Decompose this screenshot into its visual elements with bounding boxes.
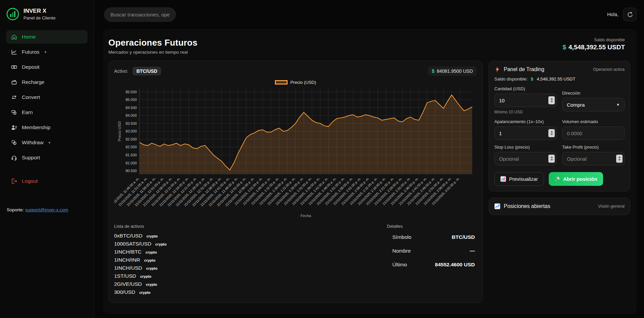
svg-text:$: $ bbox=[14, 112, 15, 114]
stepper-icon[interactable]: ▲▼ bbox=[548, 129, 555, 137]
chart-up-icon bbox=[494, 203, 500, 209]
refresh-icon bbox=[627, 11, 633, 18]
logout-icon bbox=[11, 178, 17, 184]
list-item[interactable]: 2GIVE/USDcrypto bbox=[114, 281, 166, 287]
asset-chip[interactable]: BTC/USD bbox=[133, 67, 161, 75]
content-panel: Operaciones Futuros Mercados y operacion… bbox=[103, 29, 637, 314]
list-item[interactable]: 1INCH/INRcrypto bbox=[114, 257, 166, 263]
crypto-badge: crypto bbox=[146, 234, 158, 238]
apalancamiento-input[interactable] bbox=[494, 126, 557, 140]
support-contact: Soporte: support@inver-x.com bbox=[6, 207, 88, 212]
lightning-icon bbox=[494, 66, 500, 72]
dollar-icon: $ bbox=[562, 44, 566, 51]
svg-text:85.000: 85.000 bbox=[126, 98, 137, 102]
list-item[interactable]: 1ST/USDcrypto bbox=[114, 273, 166, 279]
list-item[interactable]: 1INCH/USDcrypto bbox=[114, 265, 166, 271]
stepper-icon[interactable]: ▲▼ bbox=[616, 155, 623, 163]
take-profit-label: Take Profit (precio) bbox=[562, 145, 625, 150]
page-subtitle: Mercados y operaciones en tiempo real bbox=[108, 50, 197, 55]
open-position-button[interactable]: Abrir posición bbox=[549, 172, 603, 186]
stop-loss-input[interactable] bbox=[494, 152, 557, 165]
svg-text:82.000: 82.000 bbox=[126, 145, 137, 149]
sidebar-item-futuros[interactable]: Futuros▾ bbox=[6, 45, 88, 59]
legend-swatch-icon bbox=[275, 80, 288, 85]
svg-text:80.500: 80.500 bbox=[126, 169, 137, 173]
direccion-label: Dirección bbox=[562, 91, 625, 96]
svg-text:83.000: 83.000 bbox=[126, 129, 137, 133]
svg-text:$: $ bbox=[14, 142, 15, 145]
sidebar-item-support[interactable]: Support bbox=[6, 151, 88, 164]
bar-chart-icon bbox=[500, 176, 506, 182]
dollar-icon: $ bbox=[531, 76, 533, 82]
logout-label: Logout bbox=[22, 178, 38, 184]
volumen-input[interactable] bbox=[562, 126, 625, 140]
refresh-button[interactable] bbox=[623, 8, 637, 21]
list-item[interactable]: 1000SATS/USDcrypto bbox=[114, 241, 166, 247]
preview-button[interactable]: Previsualizar bbox=[494, 172, 544, 186]
sidebar-item-membership[interactable]: Membership bbox=[6, 121, 88, 134]
chevron-down-icon: ▾ bbox=[45, 50, 47, 54]
sidebar-item-home[interactable]: Home bbox=[6, 30, 88, 44]
app-subtitle: Panel de Cliente bbox=[23, 15, 55, 20]
svg-text:85.500: 85.500 bbox=[126, 90, 137, 94]
sidebar-item-deposit[interactable]: Deposit bbox=[6, 60, 88, 74]
inverx-logo-icon bbox=[6, 7, 19, 21]
asset-list: 0xBTC/USDcrypto1000SATS/USDcrypto1INCH/B… bbox=[114, 233, 166, 295]
svg-text:Fecha: Fecha bbox=[300, 214, 311, 218]
detail-row: Nombre— bbox=[392, 248, 475, 254]
convert-icon bbox=[11, 94, 17, 101]
svg-text:84.500: 84.500 bbox=[126, 106, 137, 110]
sidebar-item-earn[interactable]: $Earn bbox=[6, 106, 88, 119]
chevron-down-icon: ▾ bbox=[49, 141, 51, 145]
chevron-down-icon: ▼ bbox=[616, 103, 620, 107]
details-block: Detalles SímboloBTC/USDNombre—Último8455… bbox=[387, 224, 475, 297]
apalancamiento-label: Apalancamiento (1x–10x) bbox=[494, 119, 557, 124]
svg-text:82.500: 82.500 bbox=[126, 137, 137, 141]
page-title: Operaciones Futuros bbox=[108, 38, 197, 48]
asset-list-title: Lista de activos bbox=[114, 224, 166, 229]
trading-panel-status: Operacion activa bbox=[593, 67, 625, 72]
sidebar-item-logout[interactable]: Logout bbox=[6, 174, 88, 188]
crypto-badge: crypto bbox=[140, 274, 151, 278]
sidebar-nav: HomeFuturos▾DepositRechargeConvert$EarnM… bbox=[6, 30, 88, 164]
detail-row: Último84552.4600 USD bbox=[392, 262, 475, 268]
coins-icon: $ bbox=[11, 139, 17, 146]
crypto-badge: crypto bbox=[146, 266, 158, 270]
crypto-badge: crypto bbox=[146, 250, 157, 254]
stepper-icon[interactable]: ▲▼ bbox=[548, 155, 555, 163]
take-profit-input[interactable] bbox=[562, 152, 625, 165]
detail-rows: SímboloBTC/USDNombre—Último84552.4600 US… bbox=[387, 234, 475, 268]
cantidad-hint: Mínimo 10 USD bbox=[494, 110, 557, 114]
balance-label: Saldo disponible bbox=[562, 38, 625, 42]
svg-text:81.000: 81.000 bbox=[126, 161, 137, 165]
main-area: Hola, Operaciones Futuros Mercados y ope… bbox=[94, 0, 644, 318]
svg-text:81.500: 81.500 bbox=[126, 153, 137, 157]
detail-row: SímboloBTC/USD bbox=[392, 234, 475, 240]
sidebar-item-recharge[interactable]: Recharge bbox=[6, 75, 88, 89]
sidebar-item-withdraw[interactable]: $Withdraw▾ bbox=[6, 136, 88, 149]
stop-loss-label: Stop Loss (precio) bbox=[494, 145, 557, 150]
chart-card: Activo: BTC/USD $84081.9500 USD Precio (… bbox=[108, 61, 483, 303]
support-label: Soporte: bbox=[7, 207, 24, 212]
balance-value: $4,548,392.55 USDT bbox=[562, 44, 625, 51]
price-chart[interactable]: 85.50085.00084.50084.00083.50083.00082.5… bbox=[114, 86, 477, 219]
search-input[interactable] bbox=[104, 7, 176, 22]
direccion-select[interactable]: Compra ▼ bbox=[562, 98, 625, 111]
stepper-icon[interactable]: ▲▼ bbox=[548, 96, 555, 104]
list-item[interactable]: 300/USDcrypto bbox=[114, 289, 166, 295]
sidebar-item-convert[interactable]: Convert bbox=[6, 91, 88, 104]
volumen-label: Volumen estimado bbox=[562, 119, 625, 124]
asset-list-block: Lista de activos 0xBTC/USDcrypto1000SATS… bbox=[114, 224, 166, 297]
crypto-badge: crypto bbox=[144, 258, 156, 262]
list-item[interactable]: 1INCH/BTCcrypto bbox=[114, 249, 166, 255]
support-email-link[interactable]: support@inver-x.com bbox=[25, 207, 68, 212]
trading-panel-title: Panel de Trading bbox=[504, 66, 544, 72]
rocket-icon bbox=[554, 176, 560, 182]
list-item[interactable]: 0xBTC/USDcrypto bbox=[114, 233, 166, 239]
cantidad-input[interactable] bbox=[494, 94, 557, 107]
chart-line-icon bbox=[11, 49, 17, 55]
price-chip: $84081.9500 USD bbox=[428, 66, 477, 76]
headset-icon bbox=[11, 154, 17, 161]
svg-text:83.500: 83.500 bbox=[126, 121, 137, 125]
banknote-icon bbox=[11, 64, 17, 70]
